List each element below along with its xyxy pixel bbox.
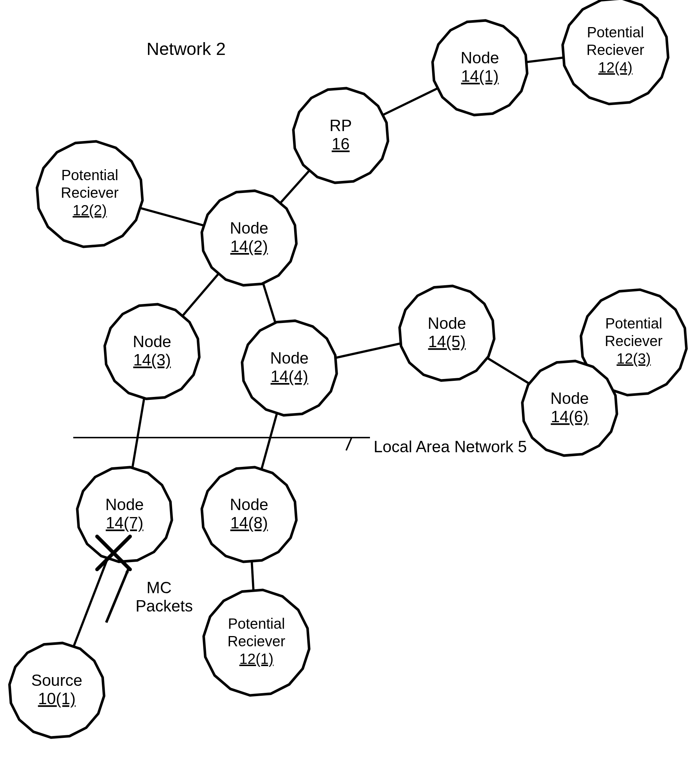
diagram-title: Network 2 [147, 39, 226, 59]
node-pr12_1-line1: Potential [228, 616, 285, 632]
node-n14_1: Node14(1) [433, 20, 527, 115]
network-diagram: Local Area Network 5 RP16Node14(1)Potent… [0, 0, 700, 758]
node-src-line1: Source [31, 671, 82, 689]
mc-label-1: MC [147, 579, 172, 596]
node-src-line2: 10(1) [38, 689, 76, 708]
edge-n14_2-n14_3 [183, 274, 218, 315]
lan-tick [346, 438, 352, 451]
node-n14_3-line2: 14(3) [133, 351, 171, 369]
node-src: Source10(1) [9, 643, 104, 738]
edge-n14_8-pr12_1 [252, 562, 253, 590]
node-n14_4-line2: 14(4) [271, 367, 308, 385]
node-n14_2-line2: 14(2) [230, 237, 268, 255]
mc-packets-arrow [106, 569, 128, 622]
edge-n14_4-n14_5 [336, 343, 400, 358]
node-n14_2: Node14(2) [202, 191, 296, 285]
node-pr12_2-line3: 12(2) [72, 202, 106, 218]
edge-n14_3-n14_7 [133, 398, 144, 468]
edge-rp-n14_2 [281, 171, 309, 203]
mc-label-2: Packets [136, 597, 193, 615]
edge-n14_5-n14_6 [488, 358, 529, 384]
node-n14_4: Node14(4) [242, 321, 337, 415]
node-n14_7-line1: Node [105, 496, 144, 513]
node-n14_3: Node14(3) [105, 304, 199, 399]
node-pr12_1: PotentialReciever12(1) [204, 590, 309, 696]
node-n14_7: Node14(7) [77, 467, 172, 562]
node-pr12_4: PotentialReciever12(4) [562, 0, 668, 104]
node-n14_3-line1: Node [133, 332, 171, 351]
edge-n14_7-src [74, 559, 107, 646]
node-n14_8-line1: Node [230, 496, 268, 513]
node-n14_8: Node14(8) [202, 467, 296, 562]
node-pr12_4-line2: Reciever [586, 42, 644, 58]
node-pr12_4-line1: Potential [587, 24, 644, 40]
node-n14_8-line2: 14(8) [230, 514, 268, 532]
node-n14_5-line2: 14(5) [428, 332, 466, 351]
node-n14_5: Node14(5) [400, 286, 494, 381]
lan-label: Local Area Network 5 [373, 438, 527, 455]
edge-n14_2-n14_4 [263, 284, 275, 323]
node-pr12_2-line1: Potential [61, 167, 118, 183]
edge-n14_1-pr12_4 [527, 58, 562, 62]
node-n14_1-line1: Node [461, 49, 499, 67]
node-rp-line1: RP [329, 117, 352, 134]
node-n14_6-line2: 14(6) [551, 407, 589, 426]
nodes-layer: RP16Node14(1)PotentialReciever12(4)Poten… [9, 0, 686, 738]
node-pr12_4-line3: 12(4) [598, 59, 632, 75]
edge-rp-n14_1 [383, 89, 437, 115]
node-pr12_3-line1: Potential [605, 315, 662, 331]
node-rp-line2: 16 [332, 135, 350, 153]
edge-n14_4-n14_8 [261, 414, 277, 468]
node-n14_7-line2: 14(7) [106, 514, 144, 532]
node-n14_5-line1: Node [428, 314, 466, 332]
node-pr12_3-line2: Reciever [605, 333, 662, 349]
lan-line: Local Area Network 5 [73, 438, 527, 455]
node-rp: RP16 [294, 88, 388, 183]
node-pr12_1-line2: Reciever [228, 633, 285, 649]
node-n14_4-line1: Node [270, 349, 308, 367]
node-n14_1-line2: 14(1) [461, 67, 499, 85]
node-pr12_2: PotentialReciever12(2) [37, 141, 142, 247]
edge-n14_2-pr12_2 [141, 208, 203, 226]
node-n14_6-line1: Node [550, 389, 589, 407]
node-n14_2-line1: Node [230, 219, 268, 237]
node-pr12_1-line3: 12(1) [239, 651, 273, 667]
node-pr12_2-line2: Reciever [61, 184, 119, 201]
node-n14_6: Node14(6) [522, 361, 617, 455]
node-pr12_3-line3: 12(3) [617, 351, 650, 367]
